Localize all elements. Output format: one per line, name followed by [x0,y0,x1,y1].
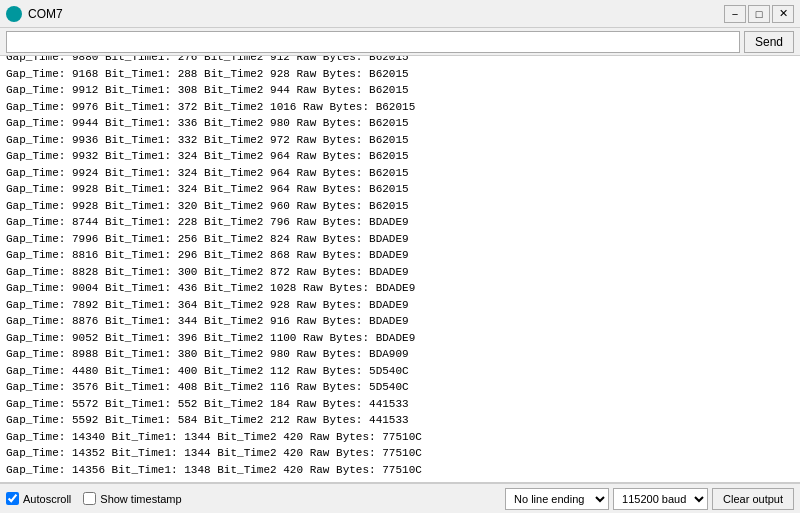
minimize-button[interactable]: − [724,5,746,23]
output-line: Gap_Time: 9880 Bit_Time1: 276 Bit_Time2 … [6,56,794,66]
output-line: Gap_Time: 9912 Bit_Time1: 308 Bit_Time2 … [6,82,794,99]
output-line: Gap_Time: 8876 Bit_Time1: 344 Bit_Time2 … [6,313,794,330]
output-line: Gap_Time: 4480 Bit_Time1: 400 Bit_Time2 … [6,363,794,380]
output-line: Gap_Time: 5572 Bit_Time1: 552 Bit_Time2 … [6,396,794,413]
toolbar: Send [0,28,800,56]
close-button[interactable]: ✕ [772,5,794,23]
show-timestamp-label[interactable]: Show timestamp [83,492,181,505]
output-line: Gap_Time: 9928 Bit_Time1: 324 Bit_Time2 … [6,181,794,198]
output-line: Gap_Time: 8744 Bit_Time1: 228 Bit_Time2 … [6,214,794,231]
output-line: Gap_Time: 5592 Bit_Time1: 584 Bit_Time2 … [6,412,794,429]
output-line: Gap_Time: 9052 Bit_Time1: 396 Bit_Time2 … [6,330,794,347]
output-line: Gap_Time: 9928 Bit_Time1: 320 Bit_Time2 … [6,198,794,215]
output-line: Gap_Time: 14356 Bit_Time1: 1348 Bit_Time… [6,462,794,479]
autoscroll-checkbox[interactable] [6,492,19,505]
autoscroll-text: Autoscroll [23,493,71,505]
line-ending-select[interactable]: No line endingNewlineCarriage returnBoth… [505,488,609,510]
output-line: Gap_Time: 14340 Bit_Time1: 1344 Bit_Time… [6,429,794,446]
output-line: Gap_Time: 3576 Bit_Time1: 408 Bit_Time2 … [6,379,794,396]
show-timestamp-text: Show timestamp [100,493,181,505]
title-bar-left: COM7 [6,6,63,22]
output-line: Gap_Time: 7892 Bit_Time1: 364 Bit_Time2 … [6,297,794,314]
output-line: Gap_Time: 9004 Bit_Time1: 436 Bit_Time2 … [6,280,794,297]
output-line: Gap_Time: 9932 Bit_Time1: 324 Bit_Time2 … [6,148,794,165]
send-button[interactable]: Send [744,31,794,53]
window-controls: − □ ✕ [724,5,794,23]
output-line: Gap_Time: 9924 Bit_Time1: 324 Bit_Time2 … [6,165,794,182]
app-icon [6,6,22,22]
send-input[interactable] [6,31,740,53]
output-line: Gap_Time: 7996 Bit_Time1: 256 Bit_Time2 … [6,231,794,248]
serial-output[interactable]: Gap_Time: 9880 Bit_Time1: 276 Bit_Time2 … [0,56,800,483]
output-line: Gap_Time: 9936 Bit_Time1: 332 Bit_Time2 … [6,132,794,149]
autoscroll-label[interactable]: Autoscroll [6,492,71,505]
output-line: Gap_Time: 9168 Bit_Time1: 288 Bit_Time2 … [6,66,794,83]
maximize-button[interactable]: □ [748,5,770,23]
output-line: Gap_Time: 9944 Bit_Time1: 336 Bit_Time2 … [6,115,794,132]
title-bar: COM7 − □ ✕ [0,0,800,28]
baud-rate-select[interactable]: 300 baud1200 baud2400 baud4800 baud9600 … [613,488,708,510]
output-line: Gap_Time: 8828 Bit_Time1: 300 Bit_Time2 … [6,264,794,281]
output-line: Gap_Time: 14352 Bit_Time1: 1344 Bit_Time… [6,445,794,462]
clear-output-button[interactable]: Clear output [712,488,794,510]
window-title: COM7 [28,7,63,21]
status-right: No line endingNewlineCarriage returnBoth… [505,488,794,510]
output-line: Gap_Time: 9976 Bit_Time1: 372 Bit_Time2 … [6,99,794,116]
output-line: Gap_Time: 8816 Bit_Time1: 296 Bit_Time2 … [6,247,794,264]
show-timestamp-checkbox[interactable] [83,492,96,505]
status-left: Autoscroll Show timestamp [6,492,493,505]
output-line: Gap_Time: 8988 Bit_Time1: 380 Bit_Time2 … [6,346,794,363]
status-bar: Autoscroll Show timestamp No line ending… [0,483,800,513]
